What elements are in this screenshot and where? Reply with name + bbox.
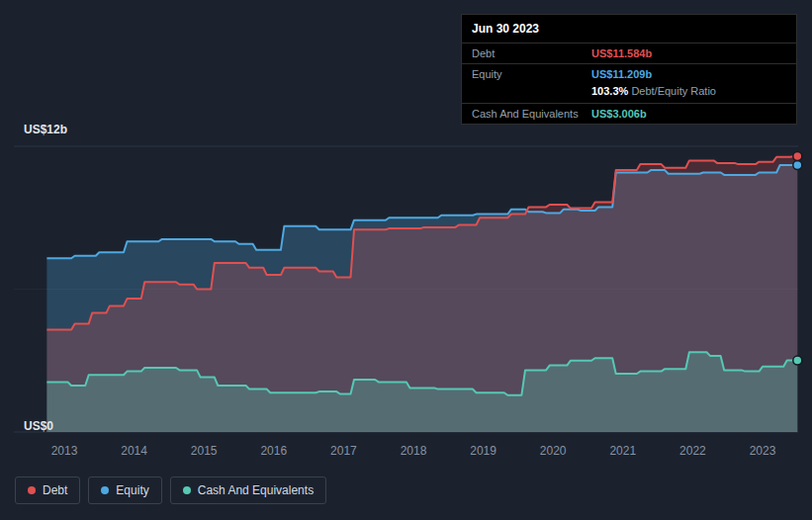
tooltip-debt-row: Debt US$11.584b bbox=[462, 43, 796, 64]
tooltip-ratio-row: 103.3% Debt/Equity Ratio bbox=[462, 84, 796, 104]
x-axis-tick-2017: 2017 bbox=[323, 444, 363, 458]
legend-debt-label: Debt bbox=[43, 483, 67, 497]
tooltip-ratio-value: 103.3% bbox=[591, 85, 628, 97]
y-axis-label-max: US$12b bbox=[24, 123, 67, 136]
x-axis-tick-2019: 2019 bbox=[464, 444, 503, 458]
x-axis-tick-2018: 2018 bbox=[394, 444, 433, 458]
tooltip-debt-label: Debt bbox=[472, 47, 591, 59]
tooltip-equity-row: Equity US$11.209b bbox=[462, 64, 796, 84]
chart-panel: US$12b US$0 2013201420152016201720182019… bbox=[0, 0, 812, 520]
chart-tooltip: Jun 30 2023 Debt US$11.584b Equity US$11… bbox=[461, 14, 797, 125]
tooltip-cash-value: US$3.006b bbox=[591, 108, 647, 120]
x-axis-tick-2013: 2013 bbox=[45, 444, 84, 458]
legend-item-equity[interactable]: Equity bbox=[88, 477, 161, 504]
legend-equity-label: Equity bbox=[116, 483, 148, 497]
x-axis-tick-2014: 2014 bbox=[115, 444, 154, 458]
legend: Debt Equity Cash And Equivalents bbox=[15, 477, 326, 504]
y-axis-label-zero: US$0 bbox=[24, 419, 53, 433]
tooltip-cash-row: Cash And Equivalents US$3.006b bbox=[462, 104, 796, 124]
equity-end-marker bbox=[793, 161, 802, 170]
x-axis-tick-2016: 2016 bbox=[254, 444, 294, 458]
tooltip-cash-label: Cash And Equivalents bbox=[472, 108, 591, 120]
tooltip-ratio: 103.3% Debt/Equity Ratio bbox=[591, 85, 716, 97]
legend-item-debt[interactable]: Debt bbox=[15, 477, 80, 504]
x-axis-tick-2020: 2020 bbox=[533, 444, 573, 458]
cash-and-equivalents-end-marker bbox=[793, 356, 802, 365]
tooltip-date: Jun 30 2023 bbox=[462, 15, 796, 43]
debt-end-marker bbox=[793, 152, 802, 161]
legend-item-cash[interactable]: Cash And Equivalents bbox=[170, 477, 326, 504]
equity-series-dot-icon bbox=[101, 486, 109, 494]
tooltip-equity-value: US$11.209b bbox=[591, 68, 652, 80]
debt-series-dot-icon bbox=[28, 486, 36, 494]
legend-cash-label: Cash And Equivalents bbox=[198, 483, 314, 497]
x-axis-tick-2015: 2015 bbox=[184, 444, 224, 458]
tooltip-ratio-label: Debt/Equity Ratio bbox=[631, 85, 716, 97]
tooltip-debt-value: US$11.584b bbox=[591, 47, 652, 59]
x-axis-tick-2021: 2021 bbox=[603, 444, 643, 458]
tooltip-equity-label: Equity bbox=[472, 68, 591, 80]
x-axis-tick-2023: 2023 bbox=[743, 444, 782, 458]
cash-series-dot-icon bbox=[183, 486, 191, 494]
x-axis-tick-2022: 2022 bbox=[673, 444, 712, 458]
